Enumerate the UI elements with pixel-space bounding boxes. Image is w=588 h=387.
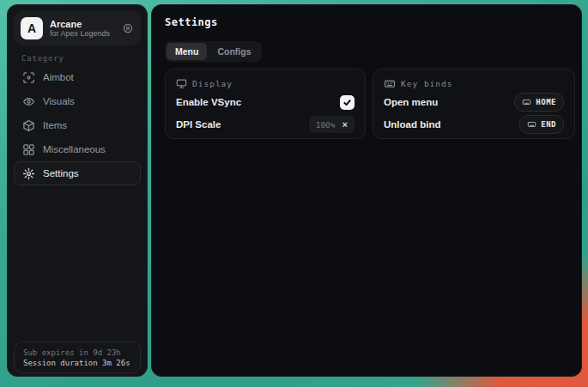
keybinds-card-header: Key binds	[384, 76, 564, 90]
open-menu-label: Open menu	[384, 97, 438, 107]
sidebar: A Arcane for Apex Legends Category Aimbo…	[7, 4, 148, 377]
dpi-scale-row: DPI Scale 100% ×	[176, 114, 355, 135]
dpi-scale-label: DPI Scale	[176, 119, 221, 130]
sidebar-item-visuals[interactable]: Visuals	[14, 89, 141, 113]
keybinds-card: Key binds Open menu HOME Unload bind	[373, 69, 575, 139]
keyboard-icon	[384, 78, 396, 89]
brand-text: Arcane for Apex Legends	[50, 19, 110, 39]
sidebar-item-label: Visuals	[43, 96, 75, 106]
keyboard-icon	[522, 98, 531, 106]
dpi-scale-input[interactable]: 100% ×	[309, 116, 355, 133]
check-icon	[342, 98, 352, 107]
vsync-checkbox[interactable]	[340, 95, 355, 110]
unload-bind-label: Unload bind	[384, 119, 440, 130]
tab-configs[interactable]: Configs	[209, 43, 259, 60]
unload-bind-keybind[interactable]: END	[519, 115, 564, 134]
box-icon	[22, 119, 35, 132]
settings-cards: Display Enable VSync DPI Scale 100% ×	[165, 69, 575, 139]
sidebar-item-aimbot[interactable]: Aimbot	[14, 65, 141, 89]
sidebar-item-miscellaneous[interactable]: Miscellaneous	[14, 137, 141, 161]
eye-icon	[22, 95, 35, 108]
sidebar-item-label: Settings	[43, 168, 79, 178]
unload-bind-row: Unload bind END	[384, 114, 564, 135]
page-title: Settings	[165, 16, 218, 28]
tab-bar: Menu Configs	[165, 41, 262, 62]
sidebar-item-label: Miscellaneous	[43, 144, 106, 154]
app-title: Arcane	[50, 19, 110, 30]
open-menu-row: Open menu HOME	[384, 92, 564, 112]
subscription-status-card: Sub expires in 9d 23h Session duration 3…	[14, 342, 141, 373]
clear-icon[interactable]: ×	[342, 120, 348, 130]
sidebar-item-items[interactable]: Items	[14, 113, 141, 137]
brand-card: A Arcane for Apex Legends	[14, 11, 141, 45]
app-logo: A	[21, 17, 43, 39]
tab-menu[interactable]: Menu	[167, 43, 207, 60]
monitor-icon	[176, 78, 187, 89]
grid-icon	[22, 143, 35, 156]
screen: A Arcane for Apex Legends Category Aimbo…	[0, 0, 588, 387]
sidebar-item-settings[interactable]: Settings	[14, 161, 141, 185]
main-panel: Settings Menu Configs Display Enable VSy…	[151, 4, 582, 377]
app-subtitle: for Apex Legends	[50, 29, 110, 38]
crosshair-icon	[22, 71, 35, 84]
display-card-title: Display	[192, 79, 233, 88]
keybinds-card-title: Key binds	[401, 79, 452, 88]
sidebar-nav: Aimbot Visuals Items Miscellaneous	[14, 65, 141, 185]
display-card: Display Enable VSync DPI Scale 100% ×	[165, 69, 366, 139]
crosshair-circle-icon[interactable]	[122, 22, 134, 34]
display-card-header: Display	[176, 76, 355, 90]
dpi-scale-value: 100%	[316, 120, 336, 130]
vsync-row: Enable VSync	[176, 92, 355, 112]
sidebar-item-label: Items	[43, 120, 67, 130]
unload-bind-key: END	[541, 120, 556, 129]
session-duration-text: Session duration 3m 26s	[23, 359, 131, 367]
gear-icon	[22, 167, 35, 180]
vsync-label: Enable VSync	[176, 97, 241, 107]
category-label: Category	[21, 54, 64, 63]
sidebar-item-label: Aimbot	[43, 72, 74, 82]
sub-expiry-text: Sub expires in 9d 23h	[23, 348, 131, 357]
open-menu-key: HOME	[536, 98, 556, 106]
open-menu-keybind[interactable]: HOME	[514, 93, 564, 112]
keyboard-icon	[527, 120, 536, 129]
